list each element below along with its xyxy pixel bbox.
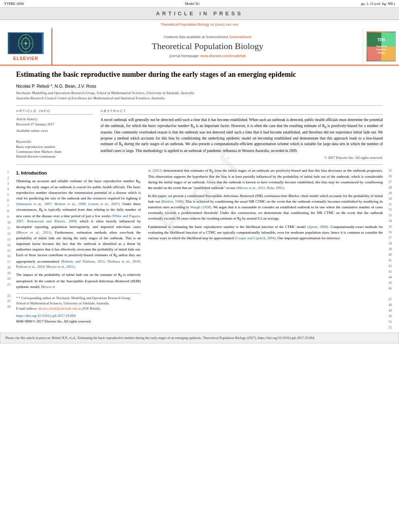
footnote-star: * * Corresponding author at: Stochastic … — [16, 296, 141, 306]
paper-id: YTPBE 2604 — [4, 2, 24, 6]
page-range: pp. 1–11 (col. fig: NIL) — [361, 2, 395, 6]
article-info-col: ARTICLE INFO Article history: Received 2… — [16, 109, 93, 160]
contents-line: Contents lists available at ScienceDirec… — [164, 35, 251, 39]
ref-sprott: (Sprott, 2000) — [307, 225, 328, 229]
available-online: Available online xxxx — [16, 129, 93, 133]
article-title: Estimating the basic reproductive number… — [16, 70, 383, 80]
elsevier-logo: ELSEVIER — [8, 32, 44, 61]
body-content: 123456789101112131415161718192021222324 … — [16, 168, 383, 325]
citation-bar: Please cite this article in press as: Re… — [0, 333, 399, 343]
keyword-1: Basic reproductive number — [16, 145, 93, 149]
homepage-url[interactable]: www.elsevier.com/locate/tpb — [200, 54, 246, 58]
ref-bartlett: (Bartlett, 1949) — [161, 199, 183, 203]
issn-line: 0040-5809/© 2017 Elsevier Inc. All right… — [16, 319, 141, 325]
keywords-label: Keywords: — [16, 140, 93, 144]
svg-text:Population: Population — [376, 48, 387, 51]
history-label: Article history: — [16, 117, 93, 121]
body-left-text-2: The impact of the probability of initial… — [16, 272, 141, 290]
abstract-heading: ABSTRACT — [101, 109, 383, 115]
tpb-logo-area: TPB Theoretical Population Biology — [363, 28, 399, 65]
journal-header: ELSEVIER Contents lists available at Sci… — [0, 28, 399, 66]
body-right-text-1: al. (2011) demonstrated that estimates o… — [148, 168, 383, 191]
body-right-text-3: Fundamental to estimating the basic repr… — [148, 224, 383, 241]
line-numbers-left: 123456789101112131415161718192021222324 — [7, 170, 10, 310]
ref-mercer1: (Mercer et al., 2011) — [16, 230, 51, 234]
ref-white: (White and Pagano, 2007; Bettencourt and… — [16, 214, 141, 224]
affiliations: Stochastic Modelling and Operations Rese… — [16, 90, 383, 101]
ref-simonsen: (Simonsen et al., 1997; Meltzer et al., … — [16, 202, 119, 206]
copyright-line: © 2017 Elsevier Inc. All rights reserved… — [101, 156, 383, 160]
keyword-2: Continuous-time Markov chain — [16, 150, 93, 154]
email-link[interactable]: nicolas.rebuli@adelaide.edu.au — [38, 306, 81, 310]
svg-point-5 — [25, 42, 27, 45]
ref-mercer3: (Mercer et al., 2011; Rida, 1991) — [237, 186, 284, 190]
ref-al2011: al. (2011) — [148, 168, 162, 173]
ref-roberts: (Roberts and Nishiura, 2011; Nishiura et… — [16, 259, 141, 269]
received-date: Received 27 January 2017 — [16, 122, 93, 126]
aip-banner: ARTICLE IN PRESS — [0, 8, 399, 20]
authors: Nicolas P. Rebuli *, N.G. Bean, J.V. Ros… — [16, 84, 383, 88]
abstract-col: ABSTRACT A novel outbreak will generally… — [101, 109, 383, 160]
elsevier-logo-image — [8, 32, 44, 54]
elsevier-logo-area: ELSEVIER — [0, 28, 52, 65]
top-header: YTPBE 2604 Model 5G pp. 1–11 (col. fig: … — [0, 0, 399, 8]
abstract-text: A novel outbreak will generally not be d… — [101, 117, 383, 154]
elsevier-text: ELSEVIER — [13, 56, 38, 61]
svg-text:Biology: Biology — [377, 51, 385, 54]
ref-waugh: Waugh (1958) — [190, 205, 211, 209]
divider-2 — [16, 164, 383, 165]
svg-text:TPB: TPB — [377, 38, 385, 42]
line-numbers-right: 2526272829303132333435363738394041424344… — [389, 168, 392, 331]
body-left-col: 123456789101112131415161718192021222324 … — [16, 168, 141, 325]
main-content: Proof Estimating the basic reproductive … — [0, 66, 399, 329]
journal-title-center: Contents lists available at ScienceDirec… — [52, 28, 363, 65]
footnote-email: E-mail address: nicolas.rebuli@adelaide.… — [16, 306, 141, 311]
body-right-col: 2526272829303132333435363738394041424344… — [148, 168, 383, 325]
article-info-heading: ARTICLE INFO — [16, 109, 93, 115]
body-left-text: Obtaining an accurate and reliable estim… — [16, 179, 141, 270]
doi-footer: https://doi.org/10.1016/j.tpb.2017.10.00… — [16, 313, 141, 325]
ref-cooper: (Cooper and Lipsitch, 2004) — [234, 236, 276, 240]
journal-homepage: journal homepage: www.elsevier.com/locat… — [169, 54, 246, 58]
model-label: Model 5G — [185, 2, 200, 6]
svg-text:Theoretical: Theoretical — [376, 45, 387, 47]
tpb-logo: TPB Theoretical Population Biology — [366, 31, 396, 62]
journal-citation-line: Theoretical Population Biology xx (xxxx)… — [0, 20, 399, 28]
footnote-area: * * Corresponding author at: Stochastic … — [16, 293, 141, 312]
ref-mercer2: Mercer et — [41, 285, 55, 289]
keyword-3: Hybrid discrete-continuous — [16, 154, 93, 158]
journal-name: Theoretical Population Biology — [152, 41, 263, 51]
divider-1 — [16, 105, 383, 106]
body-right-text-2: In this paper, we present a conditioned … — [148, 193, 383, 222]
sciencedirect-link[interactable]: ScienceDirect — [229, 35, 252, 39]
doi-link[interactable]: https://doi.org/10.1016/j.tpb.2017.10.00… — [16, 313, 141, 319]
info-abstract-section: ARTICLE INFO Article history: Received 2… — [16, 109, 383, 160]
intro-heading: 1. Introduction — [16, 170, 141, 177]
